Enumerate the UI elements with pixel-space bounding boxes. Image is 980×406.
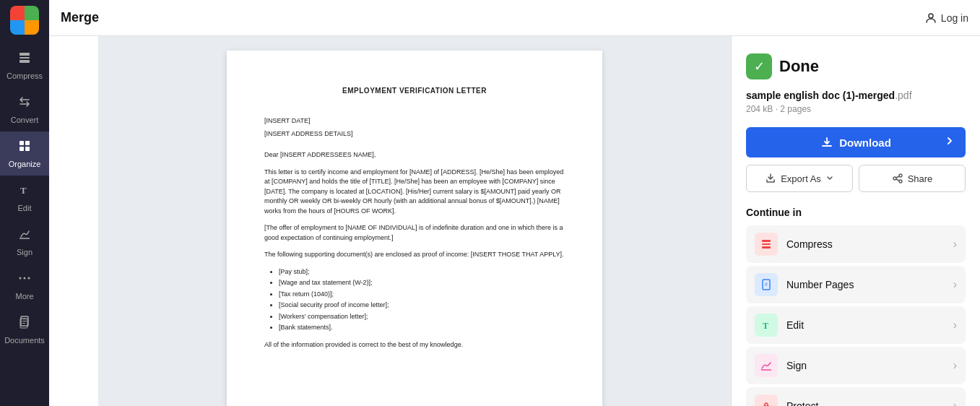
svg-rect-0: [19, 53, 30, 56]
pdf-para4: All of the information provided is corre…: [264, 340, 565, 350]
share-icon: [892, 173, 903, 184]
pdf-page: EMPLOYMENT VERIFICATION LETTER [INSERT D…: [227, 51, 602, 406]
export-chevron-icon: [825, 174, 834, 183]
sidebar-item-compress[interactable]: Compress: [0, 43, 49, 87]
compress-icon: [17, 51, 32, 69]
list-item: [Workers' compensation letter];: [279, 312, 565, 322]
done-header: ✓ Done: [746, 53, 966, 79]
svg-point-17: [929, 14, 933, 18]
svg-text:T: T: [20, 185, 27, 196]
compress-continue-icon: [755, 233, 778, 256]
protect-continue-label: Protect: [786, 400, 945, 406]
svg-rect-3: [19, 141, 24, 145]
sign-continue-icon: [755, 354, 778, 377]
svg-rect-6: [25, 147, 30, 151]
download-label: Download: [839, 137, 891, 149]
pdf-date: [INSERT DATE]: [264, 116, 565, 126]
sidebar-item-convert[interactable]: Convert: [0, 87, 49, 131]
convert-icon: [17, 95, 32, 113]
svg-line-21: [896, 176, 899, 178]
sidebar-item-documents-label: Documents: [4, 336, 45, 345]
edit-continue-icon: T: [755, 314, 778, 337]
file-meta: 204 kB · 2 pages: [746, 104, 966, 114]
pdf-dear: Dear [INSERT ADDRESSEES NAME],: [264, 150, 565, 160]
svg-text:T: T: [763, 321, 768, 331]
svg-point-11: [28, 277, 30, 280]
list-item: [Tax return (1040)];: [279, 290, 565, 300]
sign-chevron-icon: ›: [953, 359, 957, 372]
app-logo: [10, 6, 39, 35]
svg-rect-23: [762, 240, 771, 242]
topbar: Merge Log in: [49, 0, 980, 36]
pdf-preview-area[interactable]: EMPLOYMENT VERIFICATION LETTER [INSERT D…: [98, 36, 731, 406]
continue-item-sign[interactable]: Sign ›: [746, 347, 966, 384]
list-item: [Social security proof of income letter]…: [279, 301, 565, 311]
continue-item-protect[interactable]: Protect ›: [746, 387, 966, 406]
done-label: Done: [779, 57, 819, 76]
compress-chevron-icon: ›: [953, 238, 957, 251]
sidebar-item-documents[interactable]: Documents: [0, 308, 49, 352]
download-button[interactable]: Download: [746, 127, 966, 157]
login-button[interactable]: Log in: [925, 12, 968, 24]
sidebar-item-sign-label: Sign: [17, 248, 32, 256]
file-ext: .pdf: [895, 90, 911, 101]
sidebar-item-edit-label: Edit: [18, 204, 32, 212]
export-icon: [765, 173, 776, 184]
list-item: [Pay stub];: [279, 267, 565, 277]
svg-point-18: [899, 174, 902, 177]
sidebar-item-sign[interactable]: Sign: [0, 220, 49, 264]
export-as-label: Export As: [781, 173, 821, 184]
organize-icon: [17, 139, 32, 157]
svg-rect-24: [762, 243, 771, 245]
page-title: Merge: [61, 10, 99, 25]
file-name-text: sample english doc (1)-merged: [746, 90, 895, 101]
share-label: Share: [908, 173, 933, 184]
sign-icon: [17, 227, 32, 245]
sidebar-item-compress-label: Compress: [6, 72, 43, 80]
list-item: [Bank statements].: [279, 323, 565, 333]
sidebar: Compress Convert Organize T Edit Sign Mo…: [0, 0, 49, 406]
right-panel: ✓ Done sample english doc (1)-merged.pdf…: [731, 36, 980, 406]
continue-title: Continue in: [746, 207, 966, 218]
download-icon: [820, 136, 833, 149]
action-row: Export As Share: [746, 165, 966, 192]
protect-continue-icon: [755, 394, 778, 406]
svg-point-20: [899, 180, 902, 183]
numberpages-chevron-icon: ›: [953, 278, 957, 291]
pdf-title: EMPLOYMENT VERIFICATION LETTER: [264, 85, 565, 96]
pdf-para2: [The offer of employment to [NAME OF IND…: [264, 223, 565, 243]
compress-continue-label: Compress: [786, 238, 945, 250]
download-chevron-icon: [944, 135, 955, 150]
more-icon: [17, 271, 32, 289]
done-icon: ✓: [746, 53, 772, 79]
svg-rect-4: [25, 141, 30, 145]
documents-icon: [17, 315, 32, 333]
sidebar-item-edit[interactable]: T Edit: [0, 176, 49, 220]
svg-rect-1: [19, 57, 30, 59]
sidebar-item-convert-label: Convert: [11, 116, 39, 124]
svg-rect-14: [22, 321, 27, 321]
svg-point-9: [19, 277, 22, 280]
login-label: Log in: [941, 12, 968, 24]
svg-rect-2: [19, 60, 30, 63]
svg-text:#: #: [765, 282, 768, 287]
file-name: sample english doc (1)-merged.pdf: [746, 90, 966, 101]
svg-point-10: [24, 277, 26, 280]
export-as-button[interactable]: Export As: [746, 165, 853, 192]
share-button[interactable]: Share: [859, 165, 966, 192]
continue-item-compress[interactable]: Compress ›: [746, 225, 966, 263]
continue-item-numberpages[interactable]: # Number Pages ›: [746, 266, 966, 303]
continue-item-edit[interactable]: T Edit ›: [746, 306, 966, 344]
sidebar-item-organize-label: Organize: [9, 160, 41, 168]
edit-continue-label: Edit: [786, 319, 945, 331]
pdf-supporting-list: [Pay stub]; [Wage and tax statement (W-2…: [279, 267, 565, 333]
protect-chevron-icon: ›: [953, 399, 957, 406]
sidebar-item-more[interactable]: More: [0, 264, 49, 308]
pdf-address: [INSERT ADDRESS DETAILS]: [264, 129, 565, 139]
svg-point-19: [893, 177, 896, 180]
numberpages-continue-label: Number Pages: [786, 279, 945, 290]
sidebar-item-organize[interactable]: Organize: [0, 131, 49, 176]
sign-continue-label: Sign: [786, 360, 945, 371]
pdf-para3: The following supporting document(s) are…: [264, 250, 565, 260]
list-item: [Wage and tax statement (W-2)];: [279, 278, 565, 288]
